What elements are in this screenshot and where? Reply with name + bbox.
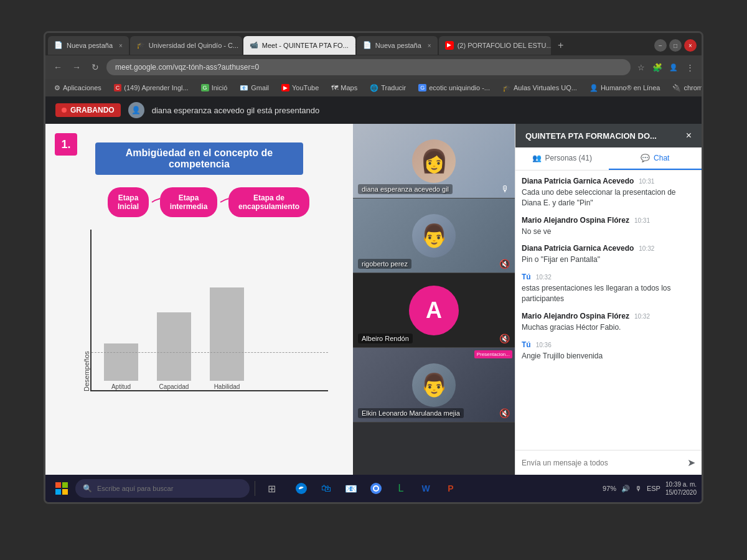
dotted-line bbox=[92, 352, 328, 353]
time-2: 10:31 bbox=[634, 217, 650, 224]
message-6: Tú 10:36 Angie Trujillo bienvenida bbox=[522, 340, 695, 362]
humano-icon: 👤 bbox=[590, 84, 598, 92]
bookmark-humano[interactable]: 👤 Humano® en Línea bbox=[586, 83, 664, 93]
bookmark-maps[interactable]: 🗺 Maps bbox=[327, 83, 361, 93]
bookmark-ecotic[interactable]: G ecotic uniquindio -... bbox=[415, 83, 494, 93]
main-content: GRABANDO 👤 diana esperanza acevedo gil e… bbox=[45, 96, 702, 475]
ingles-favicon: C bbox=[114, 84, 122, 91]
participant-albeiro: A Albeiro Rendón 🔇 bbox=[353, 273, 515, 348]
new-tab-button[interactable]: + bbox=[552, 37, 570, 54]
process-box-1: Etapa Inicial bbox=[108, 187, 149, 217]
tab-favicon-3: 📹 bbox=[250, 41, 258, 50]
tab-favicon-5: ▶ bbox=[445, 41, 454, 50]
taskbar-word[interactable]: W bbox=[415, 477, 437, 500]
tab-label-3: Meet - QUINTETA PTA FO... bbox=[262, 42, 349, 49]
address-input[interactable] bbox=[106, 59, 631, 75]
taskbar-edge[interactable] bbox=[290, 477, 312, 500]
laptop-frame: 📄 Nueva pestaña × 🎓 Universidad del Quin… bbox=[0, 0, 747, 560]
minimize-button[interactable]: − bbox=[654, 39, 667, 52]
svg-rect-3 bbox=[62, 489, 68, 495]
send-icon[interactable]: ➤ bbox=[687, 457, 695, 469]
taskbar-powerpoint[interactable]: P bbox=[439, 477, 462, 500]
elkin-mic-icon: 🔇 bbox=[499, 408, 510, 418]
tab-meet[interactable]: 📹 Meet - QUINTETA PTA FO... × bbox=[243, 36, 355, 55]
maximize-button[interactable]: □ bbox=[669, 39, 682, 52]
close-button[interactable]: × bbox=[684, 39, 697, 52]
arrow-2 bbox=[217, 193, 228, 212]
taskbar-chrome[interactable] bbox=[365, 477, 387, 500]
bookmark-aulas[interactable]: 🎓 Aulas Virtuales UQ... bbox=[499, 83, 581, 93]
sender-5: Mario Alejandro Ospina Flórez bbox=[522, 312, 629, 320]
task-view-button[interactable]: ⊞ bbox=[260, 477, 283, 500]
chrome-icon bbox=[370, 482, 382, 495]
recording-label: GRABANDO bbox=[70, 106, 115, 114]
bar-label-habilidad: Habilidad bbox=[214, 383, 240, 390]
text-6: Angie Trujillo bienvenida bbox=[522, 351, 695, 362]
chat-close-button[interactable]: × bbox=[686, 130, 692, 141]
slide-number: 1. bbox=[55, 133, 77, 156]
address-bar: ← → ↻ ☆ 🧩 👤 ⋮ bbox=[45, 55, 702, 79]
tab-nueva-pestana-2[interactable]: 📄 Nueva pestaña × bbox=[357, 36, 438, 55]
bookmark-youtube[interactable]: ▶ YouTube bbox=[278, 83, 322, 93]
taskbar-search[interactable]: 🔍 bbox=[75, 479, 250, 498]
text-3: Pin o "Fijar en Pantalla" bbox=[522, 254, 695, 265]
tab-favicon-4: 📄 bbox=[363, 41, 372, 50]
extension-icon: 🔌 bbox=[672, 84, 681, 92]
elkin-video-badge: Presentacion... bbox=[474, 350, 512, 358]
albeiro-mic-icon: 🔇 bbox=[499, 334, 510, 343]
tab-universidad[interactable]: 🎓 Universidad del Quindío - C... × bbox=[130, 36, 242, 55]
recording-badge: GRABANDO bbox=[55, 103, 121, 117]
windows-logo bbox=[55, 482, 68, 495]
bar-label-aptitud: Aptitud bbox=[111, 383, 131, 390]
meet-layout: 1. Ambigüedad en el concepto de competen… bbox=[45, 124, 702, 475]
forward-button[interactable]: → bbox=[69, 60, 84, 75]
tab-close-3[interactable]: × bbox=[355, 42, 355, 49]
bookmark-icon[interactable]: ☆ bbox=[634, 60, 648, 74]
browser-chrome: 📄 Nueva pestaña × 🎓 Universidad del Quin… bbox=[45, 33, 702, 96]
bookmark-gmail[interactable]: 📧 Gmail bbox=[236, 83, 273, 93]
tab-label-1: Nueva pestaña bbox=[67, 42, 113, 49]
refresh-button[interactable]: ↻ bbox=[88, 60, 103, 75]
sender-6: Tú bbox=[522, 340, 531, 349]
tab-portafolio[interactable]: ▶ (2) PORTAFOLIO DEL ESTU... × bbox=[439, 36, 551, 55]
rigoberto-name-overlay: rigoberto perez bbox=[358, 259, 411, 269]
bookmark-inicio[interactable]: G Inició bbox=[197, 83, 232, 93]
tab-close-4[interactable]: × bbox=[428, 42, 431, 49]
taskbar-search-input[interactable] bbox=[97, 485, 242, 492]
tab-close-1[interactable]: × bbox=[119, 42, 123, 49]
sender-1: Diana Patricia Garnica Acevedo bbox=[522, 177, 634, 185]
menu-icon[interactable]: ⋮ bbox=[683, 60, 697, 74]
start-button[interactable] bbox=[50, 477, 73, 500]
taskbar-app5[interactable]: L bbox=[390, 477, 412, 500]
taskbar-mail[interactable]: 📧 bbox=[340, 477, 362, 500]
tab-chat[interactable]: 💬 Chat bbox=[609, 147, 702, 170]
participant-diana: 👩 diana esperanza acevedo gil 🎙 bbox=[353, 124, 515, 198]
time-6: 10:36 bbox=[536, 342, 552, 348]
tab-people[interactable]: 👥 Personas (41) bbox=[515, 147, 609, 170]
chart-body: Aptitud Capacidad bbox=[90, 230, 328, 391]
tab-favicon-1: 📄 bbox=[54, 41, 63, 50]
bar-habilidad: Habilidad bbox=[210, 287, 244, 390]
clock-date: 15/07/2020 bbox=[665, 488, 697, 497]
bookmark-traducir[interactable]: 🌐 Traducir bbox=[366, 83, 410, 93]
chat-input[interactable] bbox=[522, 459, 682, 467]
extensions-icon[interactable]: 🧩 bbox=[651, 60, 664, 74]
sender-3: Diana Patricia Garnica Acevedo bbox=[522, 244, 634, 253]
chat-title: QUINTETA PTA FORMACION DO... bbox=[525, 131, 657, 141]
tab-nueva-pestana-1[interactable]: 📄 Nueva pestaña × bbox=[48, 36, 129, 55]
bookmark-label-aulas: Aulas Virtuales UQ... bbox=[514, 84, 577, 91]
taskbar-store[interactable]: 🛍 bbox=[315, 477, 337, 500]
separator bbox=[255, 481, 255, 496]
bookmark-aplicaciones[interactable]: ⚙ Aplicaciones bbox=[50, 83, 105, 93]
svg-rect-1 bbox=[62, 482, 68, 488]
volume-icon: 🔊 bbox=[621, 485, 630, 493]
time-4: 10:32 bbox=[536, 274, 552, 281]
tab-label-5: (2) PORTAFOLIO DEL ESTU... bbox=[458, 42, 551, 49]
message-4-header: Tú 10:32 bbox=[522, 273, 695, 281]
profile-icon[interactable]: 👤 bbox=[667, 60, 680, 74]
bookmark-label-aplicaciones: Aplicaciones bbox=[63, 84, 101, 91]
bookmark-extension[interactable]: 🔌 chrome-extension/... bbox=[669, 83, 702, 93]
bookmark-ingles[interactable]: C (149) Aprender Ingl... bbox=[110, 83, 192, 93]
chat-input-area: ➤ bbox=[515, 450, 702, 475]
back-button[interactable]: ← bbox=[50, 60, 65, 75]
